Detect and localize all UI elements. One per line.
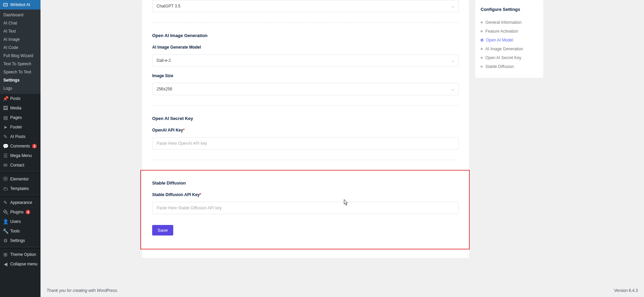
toc-item-ai-image-generation[interactable]: AI Image Generation — [481, 45, 538, 53]
stable-diffusion-key-label: Stable Diffusion API Key* — [152, 192, 459, 197]
sidebar-item-label: Comments — [10, 144, 30, 148]
openai-api-key-label: OpenAI API Key* — [152, 128, 459, 133]
image-size-label: Image Size — [152, 73, 459, 78]
sidebar-item-theme-option[interactable]: ⊞Theme Option — [0, 250, 41, 259]
sidebar-item-users[interactable]: 👤Users — [0, 217, 41, 226]
footer-thanks: Thank you for creating with WordPress. — [47, 288, 118, 293]
sidebar-item-label: Theme Option — [10, 252, 36, 257]
svg-point-1 — [4, 4, 5, 5]
sidebar-sub-item-ai-chat[interactable]: AI Chat — [0, 19, 41, 27]
image-model-select[interactable]: Dall-e-2 ⌄ — [152, 54, 459, 67]
bullet-icon — [481, 48, 483, 50]
sidebar-divider — [0, 195, 41, 196]
sidebar-sub-item-settings[interactable]: Settings — [0, 76, 41, 84]
aiposts-icon: ✎ — [3, 134, 8, 139]
sidebar-sub-item-dashboard[interactable]: Dashboard — [0, 11, 41, 19]
sidebar-item-label: Users — [10, 219, 21, 224]
templates-icon: 🗀 — [3, 186, 8, 191]
toc-item-open-ai-secret-key[interactable]: Open AI Secret Key — [481, 53, 538, 62]
sidebar-item-tools[interactable]: 🔧Tools — [0, 226, 41, 236]
bullet-icon — [481, 30, 483, 32]
themeoption-icon: ⊞ — [3, 252, 8, 257]
stable-diffusion-key-input[interactable] — [152, 202, 459, 214]
count-badge: 4 — [26, 210, 30, 214]
wp-admin-footer: Thank you for creating with WordPress. V… — [41, 282, 644, 297]
bullet-icon — [481, 66, 483, 68]
sidebar-item-comments[interactable]: 💬Comments3 — [0, 141, 41, 151]
label-text: OpenAI API Key — [152, 128, 183, 133]
toc-item-label: General Information — [485, 20, 521, 25]
sidebar-item-media[interactable]: 🖼Media — [0, 103, 41, 113]
image-size-select[interactable]: 256x256 ⌄ — [152, 83, 459, 95]
sidebar-item-label: Footer — [10, 125, 22, 129]
image-gen-heading: Open AI Image Generation — [152, 33, 459, 38]
toc-item-label: Open AI Secret Key — [485, 55, 521, 60]
sidebar-item-label: AI Posts — [10, 134, 26, 139]
sidebar-item-collapse-menu[interactable]: ◀Collapse menu — [0, 259, 41, 269]
sidebar-item-footer[interactable]: ➤Footer — [0, 122, 41, 132]
sidebar-item-templates[interactable]: 🗀Templates — [0, 184, 41, 193]
toc-item-open-ai-model[interactable]: Open AI Model — [481, 36, 538, 45]
plugins-icon: 🔌 — [3, 209, 8, 215]
sidebar-item-mega-menu[interactable]: ☰Mega Menu — [0, 151, 41, 160]
bullet-icon — [481, 57, 483, 59]
section-divider — [152, 160, 459, 160]
elementor-icon: ⓔ — [3, 176, 8, 182]
sidebar-item-label: Writebot AI — [10, 2, 30, 7]
sidebar-sub-item-logs[interactable]: Logs — [0, 84, 41, 92]
sidebar-item-contact[interactable]: ✉Contact — [0, 160, 41, 170]
sidebar-divider — [0, 171, 41, 173]
sidebar-item-label: Mega Menu — [10, 153, 32, 158]
chevron-down-icon: ⌄ — [451, 87, 454, 91]
tools-icon: 🔧 — [3, 228, 8, 234]
chevron-down-icon: ⌄ — [451, 58, 454, 63]
sidebar-sub-item-speech-to-text[interactable]: Speech To Text — [0, 68, 41, 76]
sidebar-item-label: Media — [10, 106, 21, 110]
image-model-label: AI Image Generate Model — [152, 45, 459, 50]
openai-api-key-input[interactable] — [152, 137, 459, 150]
sidebar-item-posts[interactable]: 📌Posts — [0, 94, 41, 103]
select-value: ChatGPT 3.5 — [157, 4, 180, 8]
sidebar-item-label: Plugins — [10, 210, 23, 214]
sidebar-sub-item-ai-image[interactable]: AI Image — [0, 35, 41, 43]
megamenu-icon: ☰ — [3, 153, 8, 158]
sidebar-item-label: Tools — [10, 229, 20, 233]
openai-secret-heading: Open AI Secret Key — [152, 116, 459, 121]
sidebar-item-appearance[interactable]: ✎Appearance — [0, 198, 41, 207]
chevron-down-icon: ⌄ — [451, 4, 454, 8]
sidebar-item-elementor[interactable]: ⓔElementor — [0, 174, 41, 184]
svg-point-2 — [6, 4, 6, 5]
footer-icon: ➤ — [3, 124, 8, 130]
sidebar-sub-item-text-to-speech[interactable]: Text To Speech — [0, 60, 41, 68]
sidebar-item-label: Settings — [10, 238, 25, 243]
sidebar-sub-item-ai-code[interactable]: AI Code — [0, 43, 41, 52]
settings-form-card: ChatGPT 3.5 ⌄ Open AI Image Generation A… — [142, 0, 469, 258]
save-button[interactable]: Save — [152, 225, 173, 235]
sidebar-sub-item-ai-text[interactable]: AI Text — [0, 27, 41, 35]
sidebar-item-label: Templates — [10, 186, 29, 191]
collapse-icon: ◀ — [3, 261, 8, 267]
toc-item-label: Open AI Model — [486, 38, 513, 42]
svg-rect-0 — [3, 3, 7, 6]
toc-item-label: Feature Activation — [485, 29, 518, 34]
sidebar-item-ai-posts[interactable]: ✎AI Posts — [0, 132, 41, 141]
sidebar-sub-item-full-blog-wizard[interactable]: Full Blog Wizard — [0, 52, 41, 60]
pin-icon: 📌 — [3, 96, 8, 101]
sidebar-item-pages[interactable]: ▤Pages — [0, 113, 41, 122]
sidebar-divider — [0, 247, 41, 248]
writebot-icon — [3, 2, 8, 7]
comments-icon: 💬 — [3, 143, 8, 149]
sidebar-item-plugins[interactable]: 🔌Plugins4 — [0, 207, 41, 217]
required-asterisk: * — [200, 192, 202, 197]
toc-item-general-information[interactable]: General Information — [481, 18, 538, 27]
sidebar-item-label: Collapse menu — [10, 262, 37, 266]
stable-diffusion-highlight: Stable Diffusion Stable Diffusion API Ke… — [141, 170, 469, 249]
chat-model-select[interactable]: ChatGPT 3.5 ⌄ — [152, 0, 459, 12]
toc-item-stable-diffusion[interactable]: Stable Diffusion — [481, 62, 538, 71]
toc-item-feature-activation[interactable]: Feature Activation — [481, 27, 538, 36]
toc-heading: Configure Settings — [481, 7, 538, 12]
footer-version: Version 6.4.3 — [614, 288, 638, 293]
sidebar-item-settings[interactable]: ⚙Settings — [0, 236, 41, 245]
wp-admin-sidebar: Writebot AI DashboardAI ChatAI TextAI Im… — [0, 0, 41, 297]
sidebar-item-writebot-ai[interactable]: Writebot AI — [0, 0, 41, 10]
